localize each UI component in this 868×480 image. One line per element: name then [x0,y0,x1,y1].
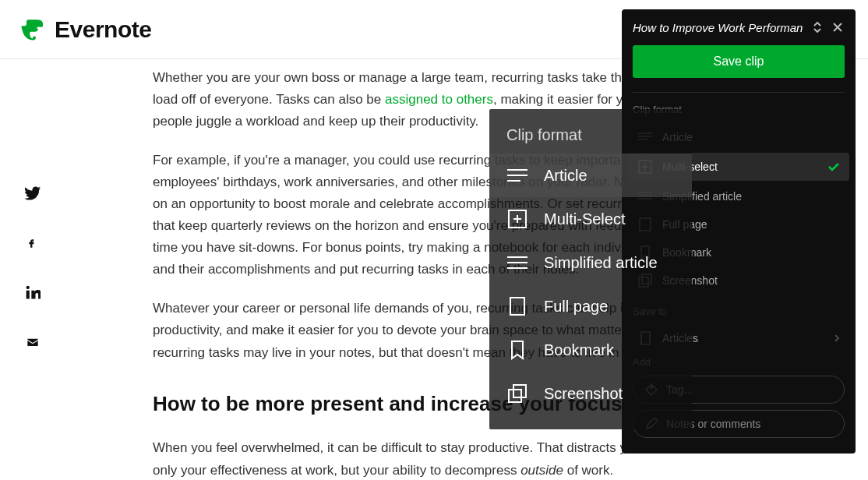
clipper-head: How to Improve Work Performan [633,20,845,34]
text-emphasis: outside [520,463,563,478]
save-clip-button[interactable]: Save clip [633,45,845,78]
flyout-option-label: Bookmark [544,341,614,359]
flyout-option-article[interactable]: Article [489,154,692,197]
brand-name: Evernote [55,16,151,43]
bookmark-icon [506,339,528,361]
flyout-option-simplified[interactable]: Simplified article [489,241,692,284]
article-icon [506,164,528,186]
flyout-option-multiselect[interactable]: Multi-Select [489,197,692,241]
brand-logo-link[interactable]: Evernote [20,16,151,43]
flyout-option-fullpage[interactable]: Full page [489,284,692,328]
close-icon[interactable] [831,20,845,34]
social-share-rail [23,184,42,352]
chevron-right-icon [834,334,840,343]
clip-format-flyout: Clip format Article Multi-Select Simplif… [489,109,692,429]
share-twitter-icon[interactable] [23,184,42,203]
flyout-option-label: Article [544,167,587,185]
updown-icon[interactable] [810,20,824,34]
flyout-option-label: Multi-Select [544,210,625,228]
divider [633,92,845,93]
screenshot-icon [506,383,528,404]
multiselect-icon [506,208,528,230]
svg-rect-8 [513,385,526,397]
text: of work. [563,463,613,478]
svg-rect-7 [510,298,524,315]
flyout-heading: Clip format [489,122,692,154]
link-assigned-to-others[interactable]: assigned to others [385,92,493,107]
fullpage-icon [506,295,528,317]
clipper-title: How to Improve Work Performan [633,21,804,34]
flyout-option-label: Screenshot [544,385,623,403]
share-linkedin-icon[interactable] [23,284,42,302]
evernote-elephant-icon [20,16,47,43]
simplified-icon [506,252,528,274]
flyout-option-label: Simplified article [544,254,658,272]
check-icon [827,162,840,171]
flyout-option-bookmark[interactable]: Bookmark [489,328,692,372]
flyout-option-screenshot[interactable]: Screenshot [489,372,692,415]
flyout-option-label: Full page [544,298,608,316]
share-email-icon[interactable] [23,334,42,352]
svg-rect-9 [509,390,521,402]
share-facebook-icon[interactable] [23,234,42,252]
